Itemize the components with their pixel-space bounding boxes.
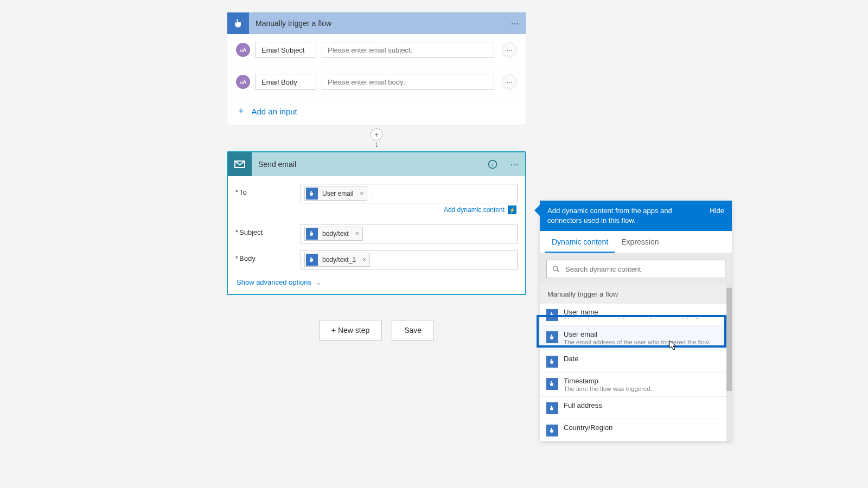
flyout-hide-button[interactable]: Hide	[710, 206, 724, 226]
flyout-tabs: Dynamic content Expression	[540, 231, 732, 253]
lightning-icon: ⚡	[508, 206, 516, 214]
input-value-field[interactable]: Please enter email subject:	[322, 42, 494, 58]
item-country-region[interactable]: Country/Region	[540, 419, 732, 441]
subject-field[interactable]: body/text ×	[301, 224, 518, 243]
search-icon	[552, 265, 560, 273]
to-row: *To User email × ; Add dynamic content ⚡	[235, 181, 518, 221]
trigger-input-row: aA Email Body Please enter email body: ·…	[227, 66, 526, 98]
token-icon	[546, 378, 558, 390]
text-type-icon: aA	[236, 43, 250, 57]
new-step-button[interactable]: + New step	[319, 320, 382, 341]
trigger-card: Manually trigger a flow ··· aA Email Sub…	[227, 12, 526, 125]
subject-row: *Subject body/text ×	[235, 221, 518, 247]
body-row: *Body body/text_1 ×	[235, 247, 518, 273]
scrollbar-thumb[interactable]	[726, 288, 732, 391]
trigger-menu-button[interactable]: ···	[504, 12, 526, 34]
body-label: *Body	[235, 250, 301, 262]
token-label: body/text	[319, 230, 352, 237]
svg-text:i: i	[492, 162, 494, 168]
subject-label: *Subject	[235, 224, 301, 236]
to-field[interactable]: User email × ;	[301, 184, 518, 203]
flyout-search[interactable]	[546, 260, 725, 278]
body-field[interactable]: body/text_1 ×	[301, 250, 518, 269]
text-type-icon: aA	[236, 75, 250, 89]
action-menu-button[interactable]: ···	[503, 152, 525, 176]
token-icon	[546, 356, 558, 368]
connector: + ↓	[227, 129, 526, 149]
token-icon	[306, 188, 318, 200]
item-timestamp[interactable]: TimestampThe time the flow was triggered…	[540, 373, 732, 397]
svg-line-3	[557, 270, 559, 272]
flyout-message: Add dynamic content from the apps and co…	[547, 206, 710, 226]
token-label: body/text_1	[319, 256, 359, 264]
token-remove[interactable]: ×	[352, 230, 362, 237]
info-icon[interactable]: i	[482, 152, 503, 176]
token-icon	[546, 425, 558, 436]
arrow-down-icon: ↓	[374, 139, 379, 149]
show-advanced-options[interactable]: Show advanced options ⌄	[228, 273, 525, 294]
add-input-label: Add an input	[252, 107, 297, 116]
trigger-header: Manually trigger a flow ···	[227, 12, 526, 34]
send-email-icon	[228, 152, 252, 176]
input-name-field[interactable]: Email Subject	[256, 42, 316, 58]
svg-point-2	[553, 266, 558, 271]
flyout-pointer	[534, 205, 540, 216]
plus-icon: +	[238, 106, 244, 117]
item-user-name[interactable]: User nameThe display name of the user wh…	[540, 304, 732, 326]
item-full-address[interactable]: Full address	[540, 397, 732, 419]
input-row-menu[interactable]: ···	[502, 74, 517, 89]
input-value-field[interactable]: Please enter email body:	[322, 74, 494, 90]
token-label: User email	[319, 190, 356, 197]
add-step-circle[interactable]: +	[371, 129, 382, 140]
flyout-list: Manually trigger a flow User nameThe dis…	[540, 285, 732, 441]
input-row-menu[interactable]: ···	[502, 42, 517, 57]
manual-trigger-icon	[227, 12, 249, 34]
flyout-header: Add dynamic content from the apps and co…	[540, 201, 732, 231]
action-header: Send email i ···	[228, 152, 525, 176]
flyout-search-wrap	[540, 253, 732, 285]
action-title: Send email	[258, 160, 482, 169]
to-suffix: ;	[369, 190, 374, 198]
add-input-button[interactable]: + Add an input	[227, 98, 526, 125]
add-dynamic-content-link[interactable]: Add dynamic content ⚡	[301, 206, 516, 214]
token-body-text[interactable]: body/text ×	[304, 227, 363, 241]
token-icon	[306, 254, 318, 266]
trigger-input-row: aA Email Subject Please enter email subj…	[227, 34, 526, 66]
tab-expression[interactable]: Expression	[615, 231, 665, 253]
save-button[interactable]: Save	[392, 320, 434, 341]
token-body-text-1[interactable]: body/text_1 ×	[304, 253, 370, 267]
search-input[interactable]	[565, 265, 719, 273]
trigger-title: Manually trigger a flow	[256, 19, 504, 28]
token-icon	[546, 309, 558, 321]
token-icon	[546, 331, 558, 343]
flyout-section-header: Manually trigger a flow	[540, 285, 732, 304]
bottom-buttons: + New step Save	[227, 320, 526, 341]
token-icon	[306, 228, 318, 240]
dynamic-content-flyout: Add dynamic content from the apps and co…	[540, 201, 732, 441]
token-remove[interactable]: ×	[356, 190, 367, 197]
item-user-email[interactable]: User emailThe email address of the user …	[540, 326, 732, 350]
chevron-down-icon: ⌄	[316, 279, 321, 286]
token-remove[interactable]: ×	[359, 256, 369, 264]
token-user-email[interactable]: User email ×	[304, 187, 367, 201]
action-card: Send email i ··· *To User email × ;	[227, 151, 526, 295]
item-date[interactable]: Date	[540, 350, 732, 373]
input-name-field[interactable]: Email Body	[256, 74, 316, 90]
tab-dynamic-content[interactable]: Dynamic content	[545, 231, 615, 253]
token-icon	[546, 402, 558, 414]
to-label: *To	[235, 184, 301, 196]
